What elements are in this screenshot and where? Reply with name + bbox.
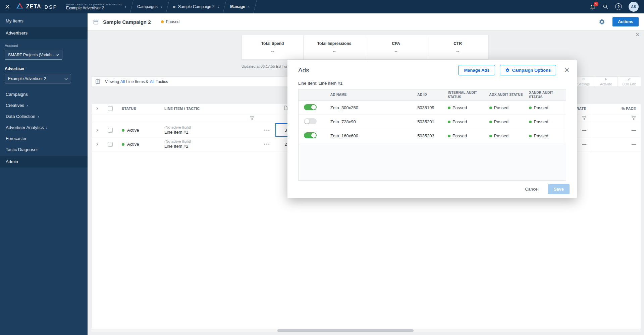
passed-status-dot [448, 135, 450, 137]
sidebar-item-campaigns[interactable]: Campaigns [0, 89, 88, 100]
actions-button[interactable]: Actions [612, 17, 639, 26]
logo-text: ZETA [26, 4, 41, 10]
viewing-summary: ViewingAllLine Items &AllTactics [105, 79, 169, 84]
sidebar-item-forecaster[interactable]: Forecaster [0, 133, 88, 144]
internal-audit-status: Passed [452, 119, 467, 124]
campaign-status-dot [173, 6, 175, 8]
manage-ads-button[interactable]: Manage Ads [459, 65, 495, 75]
chevron-right-icon: › [46, 125, 47, 130]
close-icon[interactable]: ✕ [564, 67, 570, 73]
adx-audit-status: Passed [494, 105, 508, 110]
ad-id: 5035203 [413, 133, 444, 138]
xandr-audit-status: Passed [534, 133, 548, 138]
sidebar-item-data-collection[interactable]: Data Collection› [0, 111, 88, 122]
sidebar-item-my-items[interactable]: My Items [0, 15, 88, 26]
chevron-down-icon [64, 76, 68, 81]
campaign-header: Sample Campaign 2 Paused Actions [88, 13, 644, 30]
column-header-status[interactable]: STATUS [117, 107, 158, 111]
ad-row: Zeta_160x600 5035203 Passed Passed Passe… [299, 129, 566, 143]
bulk-edit-button[interactable]: Bulk Edit [617, 77, 641, 86]
zeta-dsp-logo[interactable]: ZETA DSP [16, 3, 57, 11]
ad-toggle[interactable] [304, 132, 317, 138]
all-line-items-link[interactable]: All [120, 79, 125, 84]
close-icon[interactable] [0, 0, 15, 13]
stat-cpa: CPA -- [365, 35, 427, 59]
internal-audit-status: Passed [452, 105, 467, 110]
passed-status-dot [529, 121, 532, 123]
all-tactics-link[interactable]: All [150, 79, 154, 84]
sidebar-item-tactic-diagnoser[interactable]: Tactic Diagnoser [0, 144, 88, 155]
zeta-logo-icon [16, 3, 23, 11]
horizontal-scrollbar[interactable] [91, 329, 641, 332]
filter-icon[interactable] [582, 116, 586, 120]
breadcrumb-advertiser[interactable]: SMART PROJECTS (VARIABLE MARGIN) Example… [66, 3, 126, 11]
cancel-button[interactable]: Cancel [525, 187, 538, 192]
ads-table-header: AD NAME AD ID INTERNAL AUDIT STATUS ADX … [299, 89, 566, 101]
breadcrumb-divider [166, 0, 169, 13]
activate-button[interactable]: Activate [595, 77, 617, 86]
line-item-caption: Line Item: Line Item #1 [298, 81, 577, 86]
more-options-icon[interactable]: ••• [264, 142, 270, 147]
passed-status-dot [448, 107, 450, 109]
sidebar-item-creatives[interactable]: Creatives› [0, 100, 88, 111]
save-button[interactable]: Save [548, 184, 570, 194]
status-badge: Paused [161, 19, 180, 24]
breadcrumb-campaign[interactable]: Sample Campaign 2 › [173, 4, 219, 9]
stats-card: Total Spend -- Total Impressions -- CPA … [241, 35, 489, 60]
search-icon[interactable] [602, 4, 608, 10]
logo-subtext: DSP [45, 4, 57, 10]
modal-footer: Cancel Save [525, 184, 570, 194]
chevron-right-icon: › [38, 114, 39, 119]
ad-name: Zeta_728x90 [324, 119, 413, 124]
expand-row-icon[interactable] [92, 129, 103, 132]
breadcrumb-divider [223, 0, 226, 13]
help-icon[interactable]: ? [615, 3, 622, 10]
sidebar: My Items Advertisers Account SMART Proje… [0, 13, 88, 335]
active-status-dot [122, 143, 124, 146]
gear-icon [505, 68, 510, 73]
campaign-options-button[interactable]: Campaign Options [500, 65, 556, 75]
notifications-icon[interactable]: 1 [590, 4, 596, 10]
advertiser-select[interactable]: Example Advertiser 2 [5, 74, 71, 83]
more-options-icon[interactable]: ••• [264, 128, 270, 133]
close-icon[interactable]: ✕ [636, 32, 640, 38]
breadcrumb-manage[interactable]: Manage › [230, 4, 250, 9]
column-header-line-item[interactable]: LINE ITEM / TACTIC [158, 107, 259, 111]
row-checkbox[interactable] [108, 142, 113, 147]
grid-columns-icon[interactable] [95, 79, 100, 84]
column-header-internal-audit: INTERNAL AUDIT STATUS [444, 91, 486, 99]
ad-id: 5035199 [413, 105, 444, 110]
ad-toggle[interactable] [304, 118, 317, 124]
breadcrumb-divider [253, 0, 257, 13]
sidebar-item-advertiser-analytics[interactable]: Advertiser Analytics› [0, 122, 88, 133]
avatar[interactable]: AS [629, 2, 639, 12]
passed-status-dot [529, 107, 532, 109]
breadcrumb-campaigns[interactable]: Campaigns › [137, 4, 162, 9]
adx-audit-status: Passed [494, 119, 508, 124]
bulk-edit-icon [627, 77, 631, 82]
chevron-right-icon: › [218, 4, 219, 9]
filter-icon[interactable] [250, 116, 259, 120]
win-rate-value: — [582, 128, 586, 133]
ad-toggle[interactable] [304, 104, 317, 110]
gear-icon[interactable] [599, 19, 605, 25]
notification-badge: 1 [594, 2, 598, 6]
select-all-checkbox[interactable] [108, 106, 113, 111]
account-select[interactable]: SMART Projects (Variable Margin) [5, 50, 62, 60]
sidebar-item-advertisers[interactable]: Advertisers [0, 27, 88, 39]
scrollbar-thumb[interactable] [277, 329, 414, 332]
filter-icon[interactable] [632, 116, 636, 120]
xandr-audit-status: Passed [534, 119, 548, 124]
modal-title: Ads [298, 67, 309, 74]
line-item-name: Line Item #2 [164, 144, 191, 149]
column-header-pace[interactable]: % PACE [591, 104, 641, 113]
expand-row-icon[interactable] [92, 143, 103, 146]
ad-id: 5035201 [413, 119, 444, 124]
top-bar: ZETA DSP SMART PROJECTS (VARIABLE MARGIN… [0, 0, 644, 13]
passed-status-dot [489, 121, 492, 123]
chevron-right-icon: › [125, 4, 126, 9]
expand-all-icon[interactable] [92, 107, 103, 110]
sidebar-item-admin[interactable]: Admin [0, 156, 88, 168]
ads-table: AD NAME AD ID INTERNAL AUDIT STATUS ADX … [298, 89, 566, 181]
row-checkbox[interactable] [108, 128, 113, 133]
